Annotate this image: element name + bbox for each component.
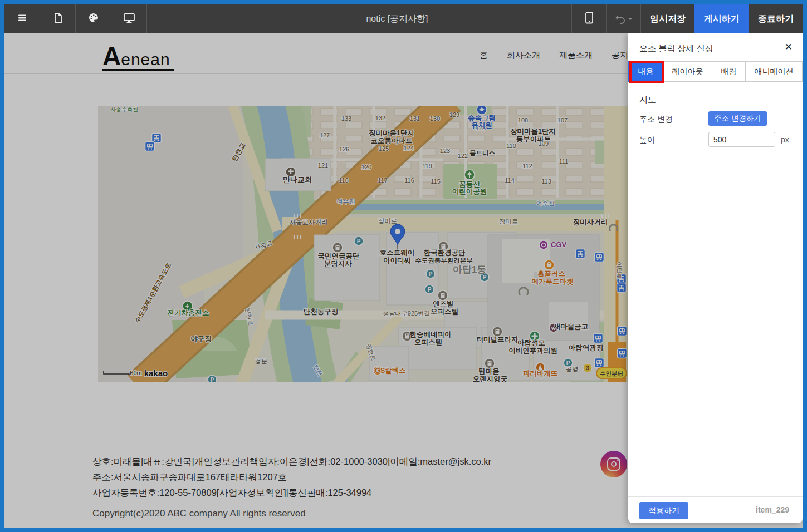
theme-button[interactable] [76, 4, 111, 33]
map-label: 야구장 [190, 335, 212, 343]
map-label: 아탑역광장 [569, 344, 604, 352]
map-label: 133 [341, 115, 351, 122]
map-label: 엔즈빌 [433, 300, 454, 308]
undo-icon [615, 14, 633, 24]
map-label: 파리바게뜨 [523, 370, 558, 377]
desktop-view-button[interactable] [111, 4, 147, 33]
map-label: 장미로 [378, 218, 398, 224]
map-label: CGV [551, 240, 567, 249]
apply-button[interactable]: 적용하기 [639, 502, 688, 519]
nav-item-about[interactable]: 회사소개 [507, 50, 540, 61]
map-label: 108 [518, 117, 528, 124]
svg-text:수인분당: 수인분당 [600, 370, 624, 377]
parking-map-icon: P [208, 375, 217, 382]
map-label: 공영 [566, 366, 579, 372]
map-label: 성남대로925번길 [383, 310, 430, 317]
map-label: 새마을금고 [553, 323, 589, 331]
svg-text:P: P [483, 274, 487, 280]
menu-button[interactable] [4, 4, 40, 33]
school-map-icon [477, 106, 487, 115]
tab-background[interactable]: 배경 [712, 61, 746, 82]
svg-text:P: P [566, 360, 570, 366]
map-label: 127 [320, 132, 330, 139]
item-id-label: item_229 [756, 505, 789, 514]
map-label: 한숭베네피아 [410, 331, 452, 338]
map-label: 아이디씨 [383, 257, 411, 264]
kakao-map: PPPPPPW3GS수인분당13313213113012912810810712… [98, 106, 711, 382]
map-label: 만나교회 [283, 175, 312, 184]
map-label: 118 [339, 177, 349, 184]
building-map-icon [332, 243, 343, 253]
map-label: 숲속그림 [468, 114, 496, 122]
page-button[interactable] [40, 4, 76, 33]
svg-text:P: P [357, 238, 361, 244]
map-label: 유치원 [471, 121, 492, 129]
panel-footer: 적용하기 item_229 [628, 496, 803, 523]
logo-initial: A [102, 42, 121, 71]
address-change-button[interactable]: 주소 변경하기 [708, 111, 767, 126]
site-logo[interactable]: Aenean [102, 43, 174, 71]
map-label: 야탑로 [616, 262, 623, 279]
mobile-view-button[interactable] [571, 4, 606, 33]
map-label: 124 [404, 145, 414, 151]
temp-save-button[interactable]: 임시저장 [640, 4, 694, 33]
window-frame: notic [공지사항] 임시저장 게시하기 종료하기 Aenean 홈 [0, 0, 807, 532]
address-change-label: 주소 변경 [639, 115, 673, 125]
tab-animation[interactable]: 애니메이션 [746, 61, 803, 82]
map-label: 한국환경공단 [424, 249, 466, 257]
map-label: 132 [375, 115, 385, 121]
app-window: notic [공지사항] 임시저장 게시하기 종료하기 Aenean 홈 [4, 4, 803, 528]
instagram-icon[interactable] [600, 451, 627, 477]
bus-map-icon [617, 283, 627, 293]
nav-item-products[interactable]: 제품소개 [559, 50, 593, 61]
map-label: 126 [339, 146, 349, 152]
bus-map-icon [145, 142, 155, 151]
svg-text:P: P [429, 271, 433, 277]
map-label: 여수천 [337, 198, 355, 205]
cgv-map-icon [539, 240, 548, 249]
tab-layout[interactable]: 레이아웃 [663, 61, 712, 82]
parking-map-icon: P [354, 237, 363, 245]
map-label: 뭉트니스 [469, 150, 496, 156]
svg-text:P: P [211, 377, 214, 383]
map-label: 수도권동부환경본부 [415, 257, 473, 264]
height-input[interactable] [708, 132, 775, 147]
map-label: 122 [458, 152, 468, 159]
map-label: 117 [378, 177, 388, 184]
map-label: 116 [404, 177, 414, 184]
bus-map-icon [618, 349, 627, 358]
close-icon[interactable]: ✕ [785, 41, 793, 53]
map-label: 오렌지앙굿 [473, 375, 508, 382]
map-label: 아탑성모 [517, 339, 545, 347]
svg-text:P: P [428, 287, 432, 293]
monitor-icon [123, 12, 135, 26]
mobile-icon [585, 12, 594, 26]
bus-map-icon [595, 358, 604, 368]
copyright-text: Copyright(c)2020 ABC company All rights … [92, 508, 306, 519]
map-label: 115 [431, 178, 441, 185]
building-map-icon [438, 290, 448, 301]
map-label: 꿈동산 [459, 180, 480, 188]
map-block[interactable]: PPPPPPW3GS수인분당13313213113012912810810712… [98, 106, 711, 382]
height-unit: px [781, 135, 789, 144]
map-label: 119 [422, 162, 432, 169]
bus-map-icon [576, 249, 585, 259]
map-label: 장미로 [499, 218, 519, 225]
map-label: 전기차충전소 [168, 309, 210, 317]
publish-button[interactable]: 게시하기 [694, 4, 749, 33]
panel-title: 요소 블럭 상세 설정 [639, 43, 713, 54]
tab-content[interactable]: 내용 [628, 61, 663, 82]
parking-map-icon: P [426, 269, 435, 278]
map-label: 오피스텔 [431, 308, 458, 316]
map-label: 사송교사거리 [290, 219, 328, 225]
three-map-icon: 3 [583, 363, 592, 372]
map-label: 메가푸드마켓 [532, 278, 574, 285]
map-label: 120 [361, 164, 371, 170]
undo-button[interactable] [606, 4, 640, 33]
exit-button[interactable]: 종료하기 [749, 4, 803, 33]
map-label: 131 [410, 115, 420, 122]
nav-item-notice[interactable]: 공지 [612, 50, 628, 61]
map-label: 장미사거리 [573, 218, 608, 226]
section-title-map: 지도 [639, 95, 656, 105]
nav-item-home[interactable]: 홈 [480, 50, 488, 61]
